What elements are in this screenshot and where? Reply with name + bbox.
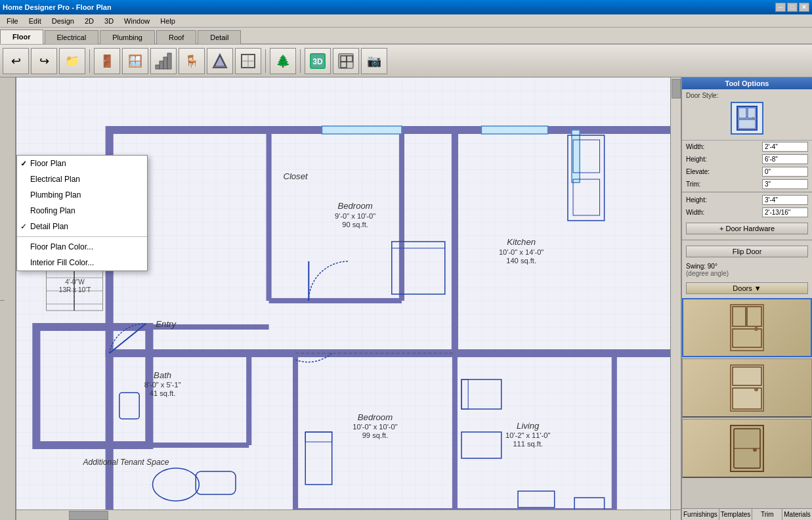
swing-label: Swing: 90° xyxy=(686,263,808,270)
menu-2d[interactable]: 2D xyxy=(79,16,99,26)
width2-row: Width: xyxy=(682,206,812,219)
width2-label: Width: xyxy=(686,209,704,216)
door-button[interactable]: 🚪 xyxy=(94,48,120,74)
svg-text:Additional Tenant Space: Additional Tenant Space xyxy=(82,458,169,467)
view3d-button[interactable]: 3D xyxy=(305,48,331,74)
height-input[interactable] xyxy=(762,154,808,164)
scrollbar-vertical[interactable] xyxy=(670,77,681,509)
svg-point-114 xyxy=(754,387,758,391)
redo-button[interactable]: ↪ xyxy=(31,48,57,74)
menu-window[interactable]: Window xyxy=(119,16,155,26)
floor-plan-svg: Closet Bedroom 9'-0" x 10'-0" 90 sq.ft. … xyxy=(16,77,681,520)
menu-help[interactable]: Help xyxy=(155,16,181,26)
tab-electrical[interactable]: Electrical xyxy=(45,30,99,44)
door-thumb-2[interactable] xyxy=(682,358,812,418)
tab-plumbing[interactable]: Plumbing xyxy=(100,30,155,44)
door-style-label: Door Style: xyxy=(686,92,808,99)
camera-button[interactable]: 📷 xyxy=(361,48,387,74)
menu-separator xyxy=(17,236,147,237)
door-thumb-3[interactable] xyxy=(682,419,812,478)
height2-label: Height: xyxy=(686,196,707,204)
svg-text:99 sq.ft.: 99 sq.ft. xyxy=(362,431,389,439)
tab-roof[interactable]: Roof xyxy=(156,30,196,44)
door-hardware-button[interactable]: + Door Hardware xyxy=(686,223,808,234)
elevate-input[interactable] xyxy=(762,167,808,177)
menu-interior-fill-color[interactable]: Interior Fill Color... xyxy=(17,255,147,271)
menu-plumbing-plan[interactable]: Plumbing Plan xyxy=(17,187,147,203)
menu-floor-plan[interactable]: ✓ Floor Plan xyxy=(17,156,147,171)
svg-text:13R x 10'T: 13R x 10'T xyxy=(59,286,91,293)
swing-sublabel: (degree angle) xyxy=(686,270,808,277)
separator3 xyxy=(300,49,301,73)
height2-input[interactable] xyxy=(762,195,808,205)
window-button[interactable]: 🪟 xyxy=(122,48,148,74)
floorplan-view-button[interactable] xyxy=(333,48,359,74)
svg-text:140 sq.ft.: 140 sq.ft. xyxy=(506,257,536,265)
tool5[interactable] xyxy=(207,48,233,74)
detail-plan-label: Detail Plan xyxy=(30,222,68,231)
menu-electrical-plan[interactable]: Electrical Plan xyxy=(17,171,147,187)
svg-rect-3 xyxy=(167,53,171,69)
svg-text:10'-0" x 14'-0": 10'-0" x 14'-0" xyxy=(499,248,544,256)
svg-rect-34 xyxy=(481,126,547,134)
svg-text:41 sq.ft.: 41 sq.ft. xyxy=(150,389,176,397)
svg-text:Kitchen: Kitchen xyxy=(507,237,536,247)
menu-3d[interactable]: 3D xyxy=(99,16,119,26)
svg-text:3D: 3D xyxy=(312,57,323,66)
svg-point-105 xyxy=(752,117,754,119)
menu-detail-plan[interactable]: ✓ Detail Plan xyxy=(17,219,147,234)
svg-text:10'-0" x 10'-0": 10'-0" x 10'-0" xyxy=(353,423,397,431)
svg-text:111 sq.ft.: 111 sq.ft. xyxy=(513,440,543,448)
minimize-button[interactable]: ─ xyxy=(775,3,786,12)
app-title: Home Designer Pro - Floor Plan xyxy=(3,3,112,11)
svg-text:Bedroom: Bedroom xyxy=(358,412,393,422)
furniture-button[interactable]: 🪑 xyxy=(179,48,205,74)
svg-text:10'-2" x 11'-0": 10'-2" x 11'-0" xyxy=(505,431,550,439)
open-button[interactable]: 📁 xyxy=(59,48,85,74)
separator1 xyxy=(89,49,90,73)
door-hardware-section: + Door Hardware xyxy=(682,219,812,238)
menu-floor-plan-color[interactable]: Floor Plan Color... xyxy=(17,239,147,255)
svg-rect-33 xyxy=(322,126,402,134)
tab-bar: Floor Electrical Plumbing Roof Detail xyxy=(0,28,812,45)
width2-input[interactable] xyxy=(762,207,808,217)
menu-edit[interactable]: Edit xyxy=(24,16,47,26)
svg-point-110 xyxy=(754,327,758,331)
swing-section: Swing: 90° (degree angle) xyxy=(682,261,812,278)
door-style-preview[interactable] xyxy=(731,102,763,135)
menu-design[interactable]: Design xyxy=(47,16,79,26)
svg-text:8'-0" x 5'-1": 8'-0" x 5'-1" xyxy=(144,381,181,389)
elevate-row: Elevate: xyxy=(682,165,812,178)
tab-materials[interactable]: Materials xyxy=(782,509,812,520)
canvas-area[interactable]: ✓ Floor Plan Electrical Plan Plumbing Pl… xyxy=(16,77,681,520)
tab-trim[interactable]: Trim xyxy=(752,509,782,520)
tab-detail[interactable]: Detail xyxy=(198,30,241,44)
panel-divider1 xyxy=(682,192,812,192)
close-button[interactable]: ✕ xyxy=(799,3,809,12)
undo-button[interactable]: ↩ xyxy=(3,48,29,74)
trim-label: Trim: xyxy=(686,181,700,188)
height2-row: Height: xyxy=(682,194,812,206)
menu-file[interactable]: File xyxy=(1,16,24,26)
tool6[interactable] xyxy=(235,48,261,74)
stairs-button[interactable] xyxy=(150,48,177,74)
door-thumb-1[interactable] xyxy=(682,298,812,357)
door-style-section: Door Style: xyxy=(682,89,812,141)
svg-text:90 sq.ft.: 90 sq.ft. xyxy=(342,221,368,228)
doors-dropdown-button[interactable]: Doors ▼ xyxy=(686,282,808,294)
separator2 xyxy=(265,49,266,73)
svg-rect-1 xyxy=(160,61,163,69)
svg-text:Entry: Entry xyxy=(156,319,177,329)
door-thumbnails-list[interactable] xyxy=(682,298,812,508)
flip-door-button[interactable]: Flip Door xyxy=(686,246,808,257)
tab-templates[interactable]: Templates xyxy=(719,509,753,520)
tab-furnishings[interactable]: Furnishings xyxy=(682,509,719,520)
trim-input[interactable] xyxy=(762,179,808,189)
scrollbar-horizontal[interactable] xyxy=(16,509,670,520)
width-input[interactable] xyxy=(762,142,808,152)
tab-floor[interactable]: Floor xyxy=(0,30,43,44)
maximize-button[interactable]: □ xyxy=(787,3,798,12)
menu-bar: File Edit Design 2D 3D Window Help xyxy=(0,14,812,28)
menu-roofing-plan[interactable]: Roofing Plan xyxy=(17,203,147,219)
tree-button[interactable]: 🌲 xyxy=(270,48,296,74)
